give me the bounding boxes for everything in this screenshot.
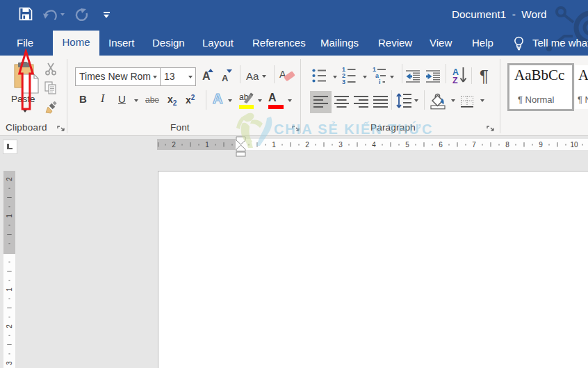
svg-text:Z: Z [452,76,458,85]
svg-text:5: 5 [405,141,409,149]
svg-text:2: 2 [6,324,13,328]
svg-text:3: 3 [6,361,13,365]
svg-text:3: 3 [338,141,343,149]
svg-text:2: 2 [6,177,13,181]
svg-text:3: 3 [342,78,345,85]
svg-text:9: 9 [539,141,543,149]
svg-text:1: 1 [272,141,276,149]
svg-text:2: 2 [172,141,176,149]
svg-text:1: 1 [205,141,209,149]
svg-text:i: i [379,78,381,85]
svg-text:1: 1 [6,287,13,292]
svg-text:6: 6 [439,141,443,149]
svg-text:2: 2 [305,141,309,149]
svg-text:4: 4 [372,141,376,149]
svg-text:8: 8 [505,141,509,149]
svg-text:7: 7 [472,141,476,149]
svg-text:10: 10 [570,141,578,149]
svg-text:1: 1 [6,214,13,218]
